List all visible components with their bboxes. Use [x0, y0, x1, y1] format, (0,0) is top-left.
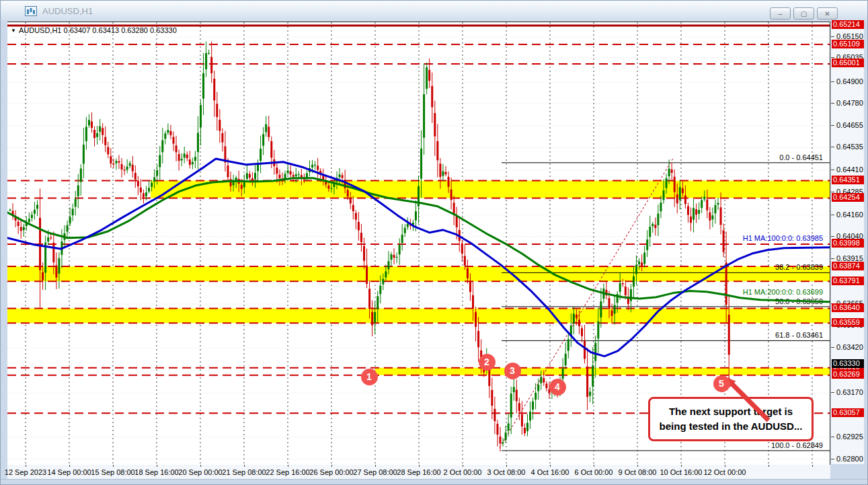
time-label: 20 Sep 00:00	[178, 468, 222, 476]
time-label: 12 Sep 2023	[5, 468, 46, 476]
time-tick-mark	[200, 465, 201, 467]
ohlc-header[interactable]: ▼AUDUSD,H1 0.63407 0.63413 0.63280 0.633…	[11, 26, 177, 34]
marker-circle-2[interactable]: 2	[479, 354, 496, 371]
price-level-badge: 0.65214	[832, 20, 864, 29]
price-tick-label: 0.64900	[836, 77, 863, 85]
window-titlebar[interactable]: AUDUSD,H1 – ▢ ✕	[1, 1, 867, 22]
yellow-band	[7, 309, 830, 324]
price-tick-label: 0.64535	[836, 143, 863, 151]
time-tick-mark	[331, 465, 332, 467]
time-label: 14 Sep 00:00	[47, 468, 91, 476]
price-tick-label: 0.62925	[836, 433, 863, 441]
time-label: 6 Oct 00:00	[575, 468, 613, 476]
price-tick-mark	[831, 459, 834, 459]
close-button[interactable]: ✕	[817, 7, 838, 20]
price-tick-mark	[831, 192, 834, 192]
price-tick-label: 0.64410	[836, 165, 863, 174]
fib-label: 61.8 - 0.63461	[775, 331, 823, 339]
time-label: 15 Sep 08:00	[91, 468, 134, 476]
price-tick-mark	[831, 147, 834, 147]
time-tick-mark	[594, 465, 594, 467]
fib-label: 0.0 - 0.64451	[779, 153, 823, 161]
price-level-badge: 0.63640	[832, 303, 864, 312]
time-label: 4 Oct 16:00	[531, 468, 569, 476]
price-tick-mark	[831, 57, 834, 58]
window-bottom-border	[1, 479, 867, 485]
time-label: 10 Oct 16:00	[660, 468, 703, 476]
time-tick-mark	[681, 465, 682, 467]
price-level-badge: 0.64351	[832, 176, 864, 184]
price-level-badge: 0.63057	[832, 408, 864, 417]
time-tick-mark	[244, 465, 245, 467]
price-tick-mark	[831, 125, 834, 126]
price-level-badge: 0.63791	[832, 276, 864, 285]
price-tick-mark	[831, 103, 834, 104]
time-tick-mark	[288, 465, 288, 467]
fib-label: 38.2 - 0.63839	[775, 263, 823, 271]
time-tick-mark	[768, 465, 769, 467]
time-tick-mark	[375, 465, 376, 467]
time-tick-mark	[113, 465, 114, 467]
price-tick-mark	[831, 437, 834, 437]
fib-label: 100.0 - 0.62849	[771, 441, 823, 449]
price-tick-label: 0.63420	[836, 343, 863, 351]
price-tick-label: 0.63170	[836, 388, 863, 396]
time-tick-mark	[419, 465, 420, 467]
time-label: 18 Sep 16:00	[134, 468, 178, 476]
window-right-border	[864, 22, 868, 479]
price-level-badge: 0.63559	[832, 318, 864, 327]
annotation-box[interactable]: The next support target is being tested …	[648, 397, 814, 441]
price-level-badge: 0.65109	[832, 40, 864, 48]
mt4-chart-window: AUDUSD,H1 – ▢ ✕ 0.0 - 0.6445138.2 - 0.63…	[0, 0, 868, 485]
marker-circle-1[interactable]: 1	[361, 369, 378, 385]
chart-plot-area[interactable]: 0.0 - 0.6445138.2 - 0.6383950.0 - 0.6365…	[7, 22, 830, 465]
price-tick-mark	[831, 81, 834, 82]
time-label: 22 Sep 16:00	[266, 468, 309, 476]
window-left-border	[1, 22, 7, 479]
marker-circle-4[interactable]: 4	[549, 379, 566, 396]
marker-circle-3[interactable]: 3	[504, 363, 521, 379]
price-tick-label: 0.62800	[836, 455, 863, 463]
time-label: 3 Oct 08:00	[487, 468, 526, 476]
price-level-badge: 0.65001	[832, 59, 864, 67]
price-tick-mark	[831, 170, 834, 170]
symbol-dropdown-icon[interactable]: ▼	[11, 28, 16, 34]
time-axis[interactable]: 12 Sep 202314 Sep 00:0015 Sep 08:0018 Se…	[7, 465, 830, 479]
time-label: 12 Oct 00:00	[704, 468, 746, 476]
time-tick-mark	[26, 465, 26, 467]
ohlc-values: AUDUSD,H1 0.63407 0.63413 0.63280 0.6333…	[19, 26, 177, 34]
time-tick-mark	[550, 465, 551, 467]
restore-button[interactable]: ▢	[793, 7, 814, 20]
time-label: 28 Sep 16:00	[397, 468, 440, 476]
window-controls: – ▢ ✕	[770, 7, 838, 20]
time-tick-mark	[69, 465, 70, 467]
minimize-button[interactable]: –	[770, 7, 791, 20]
price-tick-mark	[831, 258, 834, 259]
price-level-badge: 0.63998	[832, 239, 864, 248]
marker-circle-5[interactable]: 5	[713, 375, 730, 392]
price-level-badge: 0.63874	[832, 262, 864, 270]
time-tick-mark	[506, 465, 507, 467]
time-label: 21 Sep 08:00	[222, 468, 266, 476]
price-axis[interactable]: 0.651500.650350.649000.647800.646550.645…	[831, 22, 864, 464]
yellow-band	[7, 266, 830, 281]
price-tick-mark	[831, 347, 834, 348]
time-tick-mark	[812, 465, 813, 467]
price-tick-label: 0.64655	[836, 121, 863, 129]
time-label: 27 Sep 08:00	[353, 468, 397, 476]
price-tick-label: 0.64160	[836, 211, 863, 219]
current-price-badge: 0.63330	[832, 359, 864, 368]
time-tick-mark	[725, 465, 725, 467]
time-tick-mark	[463, 465, 463, 467]
price-tick-mark	[831, 215, 834, 215]
annotation-line-2: being tested in the AUDUSD...	[660, 419, 803, 434]
time-tick-mark	[637, 465, 638, 467]
yellow-band	[375, 368, 830, 375]
price-level-badge: 0.63269	[832, 370, 864, 379]
price-tick-mark	[831, 236, 834, 237]
candles	[9, 42, 730, 452]
price-tick-mark	[831, 392, 834, 393]
ma100-line-label: H1 MA:100:0:0: 0.63985	[743, 234, 823, 242]
time-tick-mark	[157, 465, 157, 467]
price-level-badge: 0.64254	[832, 193, 864, 202]
